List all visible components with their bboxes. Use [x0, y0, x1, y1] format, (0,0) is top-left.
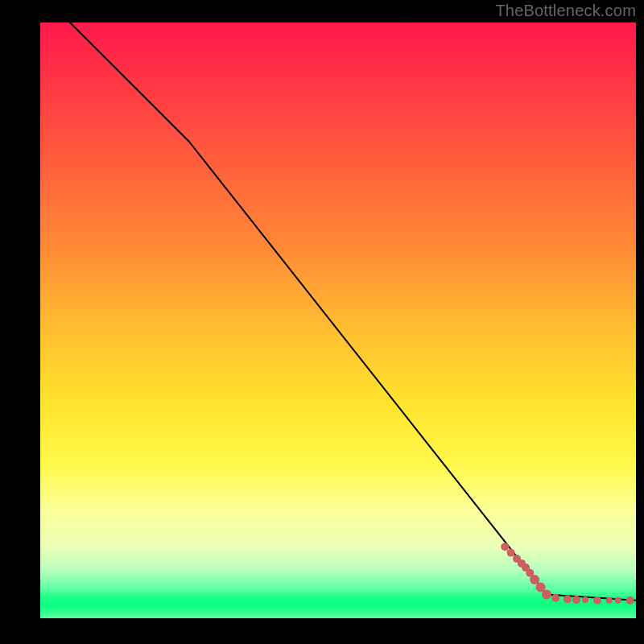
data-point: [606, 597, 613, 604]
data-point: [530, 575, 539, 584]
data-point: [564, 595, 572, 603]
data-point: [593, 597, 601, 605]
data-point: [582, 597, 588, 603]
chart-container: TheBottleneck.com: [0, 0, 644, 644]
data-point: [501, 543, 509, 551]
data-point: [551, 594, 559, 602]
bottleneck-curve: [70, 23, 636, 601]
data-point: [626, 597, 634, 605]
data-point: [572, 596, 580, 604]
data-point: [542, 589, 551, 599]
data-point: [507, 549, 515, 557]
data-markers: [501, 543, 634, 605]
data-point: [615, 597, 621, 604]
watermark-text: TheBottleneck.com: [495, 2, 636, 20]
plot-overlay: [40, 23, 636, 618]
